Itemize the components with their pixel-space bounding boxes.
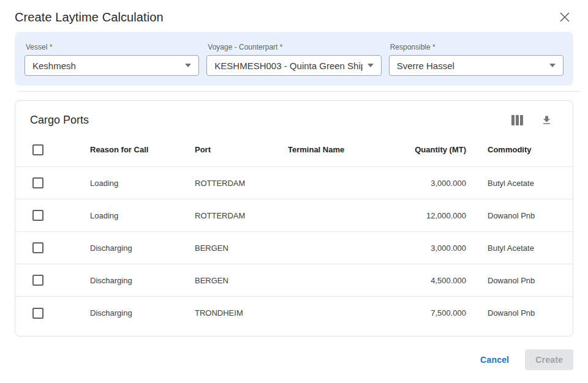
table-header-row: Reason for Call Port Terminal Name Quant… [15, 133, 573, 167]
cell-commodity: Butyl Acetate [469, 179, 573, 188]
responsible-select[interactable]: Sverre Hassel [389, 55, 564, 76]
cargo-ports-table: Reason for Call Port Terminal Name Quant… [15, 133, 573, 329]
download-icon [541, 114, 552, 126]
chevron-down-icon [549, 64, 556, 67]
responsible-field: Responsible * Sverre Hassel [389, 42, 564, 76]
close-button[interactable] [557, 10, 572, 24]
row-checkbox[interactable] [32, 177, 43, 188]
cell-commodity: Dowanol Pnb [469, 276, 573, 285]
cell-quantity: 3,000.000 [383, 244, 469, 253]
cell-quantity: 12,000.000 [383, 211, 469, 220]
close-icon [559, 12, 570, 23]
create-button[interactable]: Create [525, 349, 573, 370]
responsible-label: Responsible * [390, 43, 564, 51]
section-divider [17, 91, 581, 92]
cell-reason: Discharging [90, 308, 195, 318]
download-button[interactable] [540, 113, 553, 127]
voyage-counterpart-select-value: KESHMESH003 - Quinta Green Shippi... [214, 61, 362, 71]
row-checkbox[interactable] [32, 242, 43, 253]
cell-port: ROTTERDAM [195, 179, 288, 188]
col-header-quantity-mt: Quantity (MT) [383, 145, 469, 154]
table-row[interactable]: Discharging BERGEN 3,000.000 Butyl Aceta… [15, 232, 573, 264]
table-row[interactable]: Loading ROTTERDAM 12,000.000 Dowanol Pnb [15, 199, 573, 232]
dialog-title: Create Laytime Calculation [15, 10, 164, 24]
table-row[interactable]: Loading ROTTERDAM 3,000.000 Butyl Acetat… [15, 167, 573, 199]
cell-reason: Discharging [90, 244, 195, 253]
cancel-button[interactable]: Cancel [480, 355, 509, 365]
table-row[interactable]: Discharging TRONDHEIM 7,500.000 Dowanol … [15, 297, 573, 329]
columns-icon [511, 115, 523, 125]
cell-quantity: 3,000.000 [383, 179, 469, 188]
cell-port: ROTTERDAM [195, 211, 288, 220]
vessel-select[interactable]: Keshmesh [24, 55, 199, 76]
cargo-ports-actions [510, 113, 558, 127]
vessel-select-value: Keshmesh [32, 61, 180, 71]
cargo-ports-title: Cargo Ports [30, 114, 89, 127]
cell-quantity: 7,500.000 [383, 308, 469, 318]
row-checkbox[interactable] [32, 308, 43, 319]
voyage-counterpart-field: Voyage - Counterpart * KESHMESH003 - Qui… [206, 42, 381, 76]
cell-commodity: Dowanol Pnb [469, 211, 573, 220]
columns-button[interactable] [510, 113, 524, 127]
cell-port: TRONDHEIM [195, 308, 288, 318]
dialog-footer: Cancel Create [0, 340, 588, 383]
dialog-header: Create Laytime Calculation [0, 0, 588, 31]
chevron-down-icon [185, 64, 191, 67]
cargo-ports-card: Cargo Ports [15, 100, 573, 337]
cell-reason: Loading [90, 211, 195, 220]
cell-port: BERGEN [195, 276, 288, 285]
responsible-select-value: Sverre Hassel [397, 61, 545, 71]
col-header-commodity: Commodity [469, 145, 573, 154]
vessel-field: Vessel * Keshmesh [24, 42, 199, 76]
row-checkbox[interactable] [32, 275, 43, 286]
cargo-ports-header: Cargo Ports [15, 101, 573, 133]
cell-quantity: 4,500.000 [383, 276, 469, 285]
chevron-down-icon [368, 64, 374, 67]
table-row[interactable]: Discharging BERGEN 4,500.000 Dowanol Pnb [15, 264, 573, 297]
cell-reason: Discharging [90, 276, 195, 285]
voyage-counterpart-label: Voyage - Counterpart * [208, 43, 381, 51]
voyage-form-panel: Vessel * Keshmesh Voyage - Counterpart *… [15, 32, 573, 86]
col-header-terminal-name: Terminal Name [288, 145, 383, 154]
cell-commodity: Dowanol Pnb [469, 308, 573, 318]
row-checkbox[interactable] [32, 210, 43, 221]
col-header-port: Port [195, 145, 288, 154]
col-header-reason-for-call: Reason for Call [90, 145, 195, 154]
cell-reason: Loading [90, 179, 195, 188]
select-all-checkbox[interactable] [32, 144, 43, 155]
voyage-counterpart-select[interactable]: KESHMESH003 - Quinta Green Shippi... [206, 55, 381, 76]
cell-commodity: Butyl Acetate [469, 244, 573, 253]
vessel-label: Vessel * [26, 43, 199, 51]
cell-port: BERGEN [195, 244, 288, 253]
